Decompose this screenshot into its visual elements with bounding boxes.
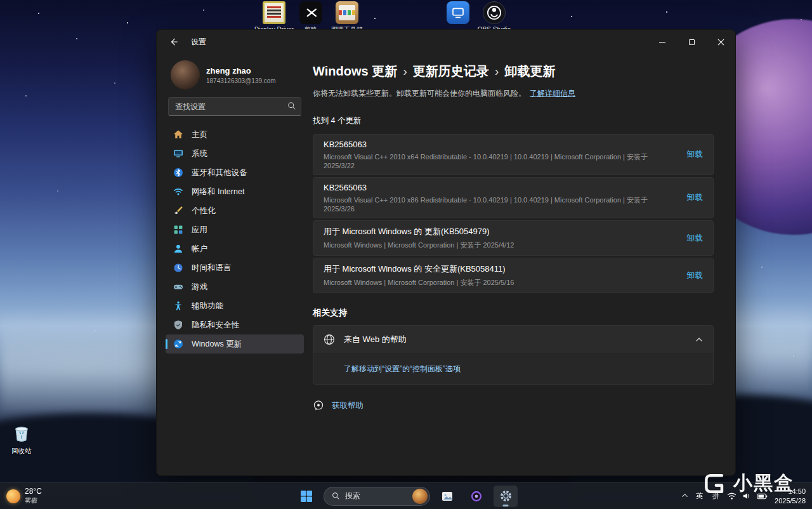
back-button[interactable] — [163, 32, 185, 51]
breadcrumb: Windows 更新 › 更新历史记录 › 卸载更新 — [313, 62, 714, 81]
uninstall-link[interactable]: 卸载 — [674, 149, 703, 160]
weather-widget[interactable]: 28°C 雾霾 — [6, 483, 42, 509]
accounts-icon — [173, 244, 183, 254]
update-title: 用于 Microsoft Windows 的 安全更新(KB5058411) — [324, 263, 514, 275]
settings-gear-icon — [499, 489, 513, 503]
taskbar: 28°C 雾霾 搜索 英 拼 14:50 — [0, 482, 812, 509]
breadcrumb-update-history[interactable]: 更新历史记录 — [413, 62, 489, 81]
time-language-icon — [173, 263, 183, 273]
weather-temp: 28°C — [25, 487, 42, 496]
taskbar-app-settings[interactable] — [494, 486, 518, 507]
sidebar-item-bluetooth[interactable]: 蓝牙和其他设备 — [166, 163, 304, 182]
update-subtitle: Microsoft Visual C++ 2010 x64 Redistribu… — [324, 152, 674, 169]
windows-logo-icon — [300, 490, 313, 503]
chevron-up-icon[interactable] — [695, 336, 703, 343]
user-email: 18743126303@139.com — [206, 77, 276, 84]
update-title: KB2565063 — [324, 140, 674, 149]
update-row: 用于 Microsoft Windows 的 更新(KB5054979) Mic… — [313, 220, 714, 256]
search-highlight-image[interactable] — [412, 489, 428, 504]
heybox-logo-icon — [702, 471, 728, 496]
sidebar-item-label: 主页 — [192, 129, 207, 140]
learn-more-link[interactable]: 了解详细信息 — [530, 89, 575, 98]
settings-sidebar: zheng zhao 18743126303@139.com 主页 系统 — [157, 54, 313, 475]
start-button[interactable] — [294, 486, 318, 507]
user-profile[interactable]: zheng zhao 18743126303@139.com — [168, 58, 301, 92]
update-subtitle: Microsoft Windows | Microsoft Corporatio… — [324, 241, 514, 250]
gaming-icon — [173, 282, 183, 292]
recycle-bin-label: 回收站 — [3, 447, 41, 456]
star-field — [0, 0, 1, 1]
personalization-icon — [173, 206, 183, 216]
sidebar-item-label: Windows 更新 — [192, 339, 242, 350]
sidebar-item-label: 蓝牙和其他设备 — [192, 168, 247, 178]
taskbar-app-photos[interactable] — [435, 486, 459, 507]
windows-update-icon — [173, 339, 183, 349]
uninstall-link[interactable]: 卸载 — [674, 270, 703, 281]
updates-list: KB2565063 Microsoft Visual C++ 2010 x64 … — [313, 134, 714, 293]
sidebar-item-network[interactable]: 网络和 Internet — [166, 182, 304, 201]
search-input[interactable] — [168, 97, 301, 116]
recycle-bin[interactable]: 回收站 — [3, 423, 41, 456]
sidebar-item-privacy[interactable]: 隐私和安全性 — [166, 315, 304, 334]
sidebar-item-label: 游戏 — [192, 282, 207, 293]
sidebar-item-apps[interactable]: 应用 — [166, 220, 304, 239]
get-help-icon — [313, 400, 324, 411]
taskbar-app-purple[interactable] — [464, 486, 488, 507]
watermark-text: 小黑盒 — [733, 470, 794, 496]
sidebar-item-system[interactable]: 系统 — [166, 144, 304, 163]
globe-icon — [324, 334, 335, 345]
accessibility-icon — [173, 301, 183, 311]
desktop-icon-obs[interactable]: OBS Studio — [471, 1, 517, 34]
maximize-button[interactable] — [677, 30, 706, 54]
desktop-icon-toolbox[interactable]: 图吧工具箱 — [324, 1, 370, 34]
sidebar-item-accessibility[interactable]: 辅助功能 — [166, 296, 304, 315]
control-panel-help-link[interactable]: 了解移动到“设置”的“控制面板”选项 — [344, 364, 461, 374]
settings-window: 设置 zheng zhao 18743126303@139.com — [156, 29, 736, 476]
network-icon — [173, 187, 183, 197]
avatar — [171, 60, 200, 89]
update-title: 用于 Microsoft Windows 的 更新(KB5054979) — [324, 226, 514, 237]
uninstall-link[interactable]: 卸载 — [674, 233, 703, 244]
toolbox-icon — [336, 1, 358, 24]
sidebar-item-accounts[interactable]: 帐户 — [166, 239, 304, 258]
web-help-title: 来自 Web 的帮助 — [344, 334, 407, 345]
sidebar-item-label: 应用 — [192, 225, 207, 235]
sidebar-item-label: 个性化 — [192, 206, 216, 216]
update-subtitle: Microsoft Visual C++ 2010 x86 Redistribu… — [324, 195, 674, 213]
chevron-up-icon — [681, 492, 688, 499]
tray-date: 2025/5/28 — [775, 496, 806, 506]
titlebar[interactable]: 设置 — [157, 30, 735, 54]
minimize-button[interactable] — [648, 30, 677, 54]
user-name: zheng zhao — [206, 66, 276, 76]
results-count: 找到 4 个更新 — [313, 116, 714, 126]
uninstall-link[interactable]: 卸载 — [674, 192, 703, 203]
apps-icon — [173, 225, 183, 235]
get-help[interactable]: 获取帮助 — [313, 400, 714, 411]
warning-text: 你将无法卸载某些更新。卸载更新可能会使你的电脑面临风险。 — [313, 89, 526, 98]
breadcrumb-separator: › — [403, 62, 407, 81]
sidebar-item-label: 系统 — [192, 149, 207, 159]
sidebar-item-home[interactable]: 主页 — [166, 125, 304, 144]
web-help-header[interactable]: 来自 Web 的帮助 — [313, 326, 713, 354]
sidebar-item-windows-update[interactable]: Windows 更新 — [166, 334, 304, 354]
weather-condition: 雾霾 — [25, 496, 42, 505]
recycle-bin-icon — [11, 423, 32, 443]
settings-main: Windows 更新 › 更新历史记录 › 卸载更新 你将无法卸载某些更新。卸载… — [313, 54, 735, 475]
sidebar-item-personalization[interactable]: 个性化 — [166, 201, 304, 220]
get-help-label: 获取帮助 — [332, 400, 363, 411]
close-button[interactable] — [706, 30, 735, 54]
breadcrumb-windows-update[interactable]: Windows 更新 — [313, 62, 397, 81]
close-icon — [717, 39, 724, 46]
sidebar-item-gaming[interactable]: 游戏 — [166, 277, 304, 296]
system-icon — [173, 149, 183, 159]
maximize-icon — [689, 39, 695, 45]
privacy-icon — [173, 320, 183, 330]
back-arrow-icon — [169, 37, 178, 46]
tray-expand-chevron[interactable] — [681, 492, 688, 500]
ddu-icon — [263, 1, 285, 24]
sidebar-item-label: 网络和 Internet — [192, 187, 244, 197]
page-title: 卸载更新 — [505, 62, 556, 81]
weather-icon — [6, 489, 20, 503]
sidebar-item-time-language[interactable]: 时间和语言 — [166, 258, 304, 277]
taskbar-search[interactable]: 搜索 — [324, 487, 430, 506]
